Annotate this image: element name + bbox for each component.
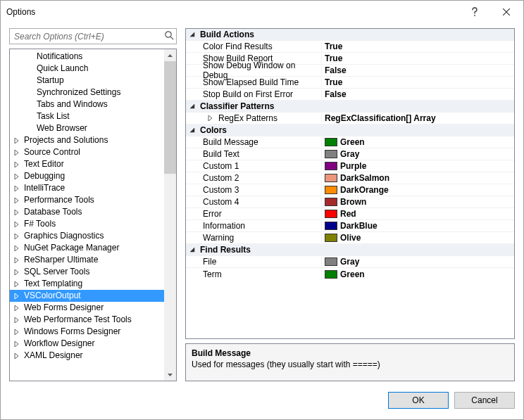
property-category[interactable]: Build Actions	[186, 29, 514, 41]
property-value[interactable]: False	[321, 65, 514, 75]
close-button[interactable]	[490, 1, 522, 22]
ok-button[interactable]: OK	[388, 392, 449, 409]
tree-node[interactable]: Notifications	[10, 51, 164, 63]
tree-node[interactable]: NuGet Package Manager	[10, 242, 164, 254]
property-value[interactable]: True	[321, 53, 514, 63]
property-value[interactable]: Brown	[321, 197, 514, 207]
expand-icon[interactable]	[13, 162, 21, 167]
tree-node[interactable]: Text Editor	[10, 158, 164, 170]
property-row[interactable]: RegEx PatternsRegExClassification[] Arra…	[186, 113, 514, 125]
tree-node[interactable]: Synchronized Settings	[10, 87, 164, 98]
property-row[interactable]: FileGray	[186, 256, 514, 268]
scroll-track[interactable]	[164, 61, 176, 369]
expand-icon[interactable]	[13, 269, 21, 275]
scroll-up-button[interactable]	[164, 49, 176, 61]
tree-node[interactable]: Quick Launch	[10, 63, 164, 75]
expand-icon[interactable]	[13, 353, 21, 359]
property-value[interactable]: Gray	[321, 257, 514, 267]
property-value[interactable]: False	[321, 89, 514, 99]
property-value[interactable]: True	[321, 77, 514, 87]
tree-node[interactable]: Web Performance Test Tools	[10, 314, 164, 326]
property-value[interactable]: Green	[321, 137, 514, 147]
tree-node[interactable]: Startup	[10, 75, 164, 87]
property-row[interactable]: Show Elapsed Build TimeTrue	[186, 77, 514, 89]
property-row[interactable]: Stop Build on First ErrorFalse	[186, 89, 514, 101]
tree-node[interactable]: Source Control	[10, 146, 164, 158]
collapse-icon[interactable]	[186, 103, 200, 109]
property-value[interactable]: DarkBlue	[321, 221, 514, 231]
property-row[interactable]: Custom 2DarkSalmon	[186, 172, 514, 184]
property-row[interactable]: TermGreen	[186, 268, 514, 280]
tree-node[interactable]: Task List	[10, 110, 164, 122]
property-row[interactable]: ErrorRed	[186, 208, 514, 220]
expand-icon[interactable]	[206, 115, 216, 121]
tree-node[interactable]: Text Templating	[10, 278, 164, 290]
property-value[interactable]: True	[321, 42, 514, 51]
property-category[interactable]: Classifier Patterns	[186, 101, 514, 113]
tree-node[interactable]: SQL Server Tools	[10, 266, 164, 278]
expand-icon[interactable]	[13, 329, 21, 335]
property-value[interactable]: Red	[321, 209, 514, 219]
tree-node[interactable]: Debugging	[10, 170, 164, 182]
tree-node[interactable]: Workflow Designer	[10, 338, 164, 350]
tree-node[interactable]: ReSharper Ultimate	[10, 254, 164, 266]
tree-node[interactable]: Database Tools	[10, 206, 164, 218]
expand-icon[interactable]	[13, 186, 21, 191]
tree-node[interactable]: Graphics Diagnostics	[10, 230, 164, 242]
cancel-button[interactable]: Cancel	[454, 392, 515, 409]
tree-node[interactable]: Tabs and Windows	[10, 98, 164, 110]
tree-node[interactable]: XAML Designer	[10, 350, 164, 362]
property-name: Build Text	[186, 149, 321, 159]
tree-scrollbar[interactable]	[164, 49, 176, 381]
expand-icon[interactable]	[13, 246, 21, 251]
expand-icon[interactable]	[13, 293, 21, 299]
property-row[interactable]: Custom 4Brown	[186, 196, 514, 208]
expand-icon[interactable]	[13, 305, 21, 311]
collapse-icon[interactable]	[186, 247, 200, 253]
help-button[interactable]	[458, 1, 490, 22]
expand-icon[interactable]	[13, 234, 21, 239]
property-row[interactable]: Custom 1Purple	[186, 160, 514, 172]
tree-node[interactable]: Performance Tools	[10, 194, 164, 206]
expand-icon[interactable]	[13, 222, 21, 227]
property-value[interactable]: Gray	[321, 149, 514, 159]
expand-icon[interactable]	[13, 150, 21, 155]
collapse-icon[interactable]	[186, 127, 200, 133]
property-row[interactable]: Build MessageGreen	[186, 136, 514, 148]
property-value[interactable]: Purple	[321, 161, 514, 171]
scroll-down-button[interactable]	[164, 369, 176, 381]
expand-icon[interactable]	[13, 317, 21, 323]
scroll-thumb[interactable]	[164, 61, 176, 174]
search-input[interactable]	[9, 28, 177, 44]
tree-node[interactable]: F# Tools	[10, 218, 164, 230]
expand-icon[interactable]	[13, 138, 21, 144]
property-value[interactable]: RegExClassification[] Array	[321, 113, 514, 123]
property-grid-body[interactable]: Build ActionsColor Find ResultsTrueShow …	[186, 29, 514, 338]
collapse-icon[interactable]	[186, 32, 200, 37]
property-value[interactable]: DarkOrange	[321, 185, 514, 195]
expand-icon[interactable]	[13, 198, 21, 203]
property-category[interactable]: Find Results	[186, 244, 514, 256]
property-row[interactable]: Color Find ResultsTrue	[186, 41, 514, 53]
property-category[interactable]: Colors	[186, 125, 514, 136]
property-row[interactable]: WarningOlive	[186, 232, 514, 244]
expand-icon[interactable]	[13, 281, 21, 287]
expand-icon[interactable]	[13, 174, 21, 179]
expand-icon[interactable]	[13, 210, 21, 215]
property-row[interactable]: InformationDarkBlue	[186, 220, 514, 232]
tree-node[interactable]: VSColorOutput	[10, 290, 164, 302]
tree-node[interactable]: Web Browser	[10, 122, 164, 134]
property-value[interactable]: Green	[321, 269, 514, 279]
property-value[interactable]: Olive	[321, 233, 514, 243]
tree-node[interactable]: Windows Forms Designer	[10, 326, 164, 338]
property-value[interactable]: DarkSalmon	[321, 173, 514, 183]
expand-icon[interactable]	[13, 341, 21, 347]
property-row[interactable]: Show Debug Window on DebugFalse	[186, 65, 514, 77]
tree-node[interactable]: IntelliTrace	[10, 182, 164, 194]
category-tree[interactable]: NotificationsQuick LaunchStartupSynchron…	[10, 49, 164, 381]
tree-node[interactable]: Web Forms Designer	[10, 302, 164, 314]
property-row[interactable]: Build TextGray	[186, 148, 514, 160]
property-row[interactable]: Custom 3DarkOrange	[186, 184, 514, 196]
expand-icon[interactable]	[13, 257, 21, 263]
tree-node[interactable]: Projects and Solutions	[10, 134, 164, 146]
